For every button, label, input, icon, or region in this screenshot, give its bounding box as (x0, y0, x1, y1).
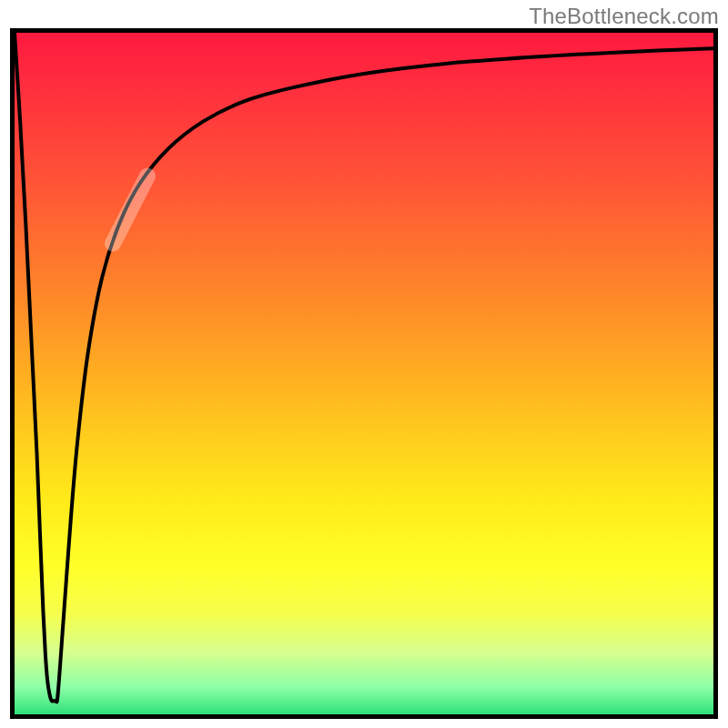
plot-area (10, 28, 718, 719)
watermark-text: TheBottleneck.com (529, 4, 719, 29)
bottleneck-curve (15, 33, 713, 702)
chart-container: TheBottleneck.com (0, 0, 728, 728)
curve-svg (15, 33, 713, 714)
